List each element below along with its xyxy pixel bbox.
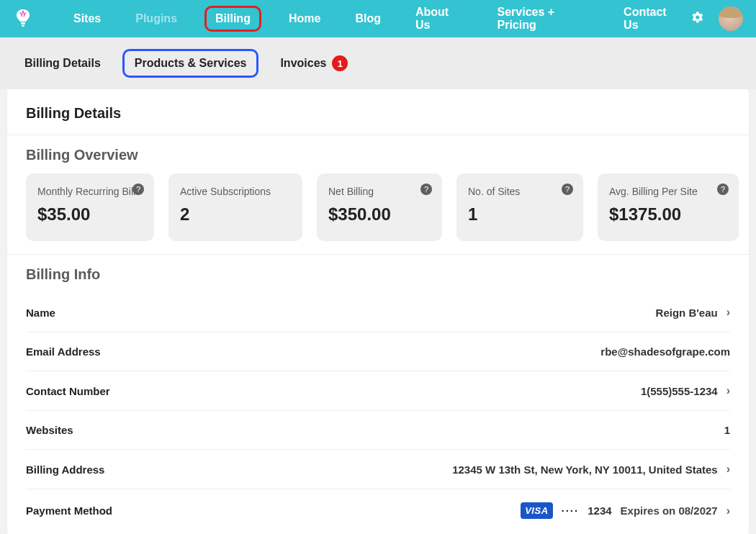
card-brand-badge: VISA xyxy=(521,502,552,519)
row-billing-address[interactable]: Billing Address 12345 W 13th St, New Yor… xyxy=(26,450,730,489)
tile-value: $35.00 xyxy=(37,204,143,225)
name-value: Reign B'eau xyxy=(656,307,718,319)
tile-value: 1 xyxy=(468,204,572,225)
row-value: rbe@shadesofgrape.com xyxy=(181,345,730,358)
row-label: Name xyxy=(26,307,170,319)
row-label: Email Address xyxy=(26,345,170,358)
svg-rect-0 xyxy=(21,22,25,24)
tab-products-services[interactable]: Products & Services xyxy=(122,49,259,78)
billing-info: Name Reign B'eau › Email Address rbe@sha… xyxy=(7,293,749,532)
row-label: Billing Address xyxy=(26,463,170,476)
chevron-right-icon: › xyxy=(726,463,730,476)
help-icon[interactable]: ? xyxy=(132,184,144,195)
row-label: Contact Number xyxy=(26,385,170,397)
overview-title: Billing Overview xyxy=(7,135,749,173)
tile-avg-billing: Avg. Billing Per Site $1375.00 ? xyxy=(598,173,739,241)
tab-billing-details[interactable]: Billing Details xyxy=(16,51,109,76)
brand-logo[interactable] xyxy=(13,6,33,31)
tab-invoices-label: Invoices xyxy=(280,57,326,70)
tile-label: No. of Sites xyxy=(468,185,572,199)
invoices-badge: 1 xyxy=(332,55,348,71)
svg-rect-1 xyxy=(22,25,24,27)
settings-gear-icon[interactable] xyxy=(691,11,704,27)
tile-value: $1375.00 xyxy=(609,204,727,225)
tile-label: Avg. Billing Per Site xyxy=(609,185,727,199)
address-value: 12345 W 13th St, New York, NY 10011, Uni… xyxy=(452,463,718,476)
nav-contact[interactable]: Contact Us xyxy=(616,1,687,36)
row-value: Reign B'eau › xyxy=(181,306,730,319)
chevron-right-icon: › xyxy=(726,384,730,397)
top-navbar: Sites Plugins Billing Home Blog About Us… xyxy=(0,0,756,37)
nav-sites[interactable]: Sites xyxy=(66,8,108,30)
row-label: Payment Method xyxy=(26,504,170,517)
chevron-right-icon: › xyxy=(726,504,730,517)
card-expires: Expires on 08/2027 xyxy=(621,504,718,517)
row-contact[interactable]: Contact Number 1(555)555-1234 › xyxy=(26,371,730,411)
nav-billing[interactable]: Billing xyxy=(204,6,261,32)
tile-no-of-sites: No. of Sites 1 ? xyxy=(456,173,583,241)
overview-tiles: Monthly Recurring Bill $35.00 ? Active S… xyxy=(7,173,749,254)
tile-value: $350.00 xyxy=(328,204,431,225)
tile-label: Active Subscriptions xyxy=(180,185,291,199)
help-icon[interactable]: ? xyxy=(420,184,432,195)
row-value: 1(555)555-1234 › xyxy=(181,384,730,397)
page-title: Billing Details xyxy=(7,89,749,135)
row-websites: Websites 1 xyxy=(26,411,730,450)
help-icon[interactable]: ? xyxy=(562,184,573,195)
row-label: Websites xyxy=(26,424,170,436)
nav-blog[interactable]: Blog xyxy=(348,8,388,30)
help-icon[interactable]: ? xyxy=(717,184,729,195)
email-value: rbe@shadesofgrape.com xyxy=(600,345,730,358)
tile-net-billing: Net Billing $350.00 ? xyxy=(317,173,442,241)
card-dots: ···· xyxy=(562,504,580,517)
row-value: 12345 W 13th St, New York, NY 10011, Uni… xyxy=(181,463,730,476)
tile-monthly-recurring: Monthly Recurring Bill $35.00 ? xyxy=(26,173,154,241)
billing-tabs: Billing Details Products & Services Invo… xyxy=(0,37,756,89)
tile-label: Monthly Recurring Bill xyxy=(37,185,143,199)
nav-home[interactable]: Home xyxy=(282,8,328,30)
user-avatar[interactable] xyxy=(719,6,743,31)
tile-value: 2 xyxy=(180,204,291,225)
websites-value: 1 xyxy=(724,424,730,436)
main-nav: Sites Plugins Billing Home Blog About Us… xyxy=(66,1,687,36)
card-last4: 1234 xyxy=(588,504,611,517)
row-value: 1 xyxy=(181,424,730,436)
row-payment-method[interactable]: Payment Method VISA ···· 1234 Expires on… xyxy=(26,489,730,532)
row-name[interactable]: Name Reign B'eau › xyxy=(26,293,730,332)
row-email: Email Address rbe@shadesofgrape.com xyxy=(26,332,730,371)
info-title: Billing Info xyxy=(7,255,749,293)
row-value: VISA ···· 1234 Expires on 08/2027 › xyxy=(181,502,730,519)
nav-about[interactable]: About Us xyxy=(408,1,470,36)
nav-services-pricing[interactable]: Services + Pricing xyxy=(490,1,597,36)
contact-value: 1(555)555-1234 xyxy=(641,385,718,397)
chevron-right-icon: › xyxy=(726,306,730,319)
tile-label: Net Billing xyxy=(328,185,431,199)
nav-plugins[interactable]: Plugins xyxy=(128,8,184,30)
tile-active-subscriptions: Active Subscriptions 2 xyxy=(168,173,302,241)
billing-card: Billing Details Billing Overview Monthly… xyxy=(7,89,749,534)
tab-invoices[interactable]: Invoices 1 xyxy=(271,50,356,77)
